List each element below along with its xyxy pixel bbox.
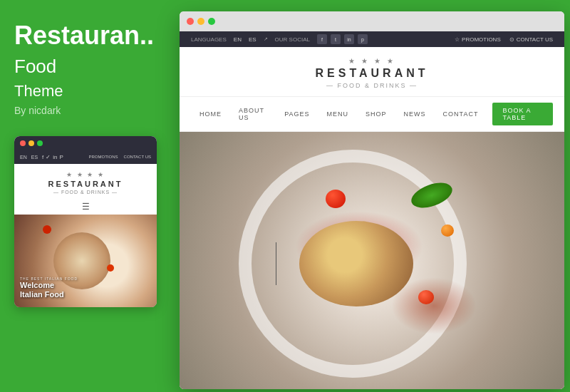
contact-icon: ⊙ <box>509 36 514 43</box>
mobile-promotions: PROMOTIONS <box>89 155 118 159</box>
theme-author: By nicdark <box>14 105 162 116</box>
mobile-hamburger-icon: ☰ <box>14 199 157 215</box>
mobile-lang2: ES <box>31 155 38 160</box>
mobile-lang1: EN <box>20 155 27 160</box>
mobile-stars: ★ ★ ★ ★ <box>20 171 151 178</box>
mobile-restaurant-name: RESTAURANT <box>20 180 151 188</box>
site-contact[interactable]: ⊙ CONTACT US <box>509 36 553 43</box>
twitter-icon[interactable]: t <box>331 34 341 44</box>
browser-window: LANGUAGES EN ES ↗ OUR SOCIAL f t in p ☆ … <box>180 11 564 389</box>
facebook-icon[interactable]: f <box>317 34 327 44</box>
mobile-food-image: THE BEST ITALIAN FOOD WelcomeItalian Foo… <box>14 215 157 307</box>
mobile-food-bg: THE BEST ITALIAN FOOD WelcomeItalian Foo… <box>14 215 157 307</box>
site-promotions[interactable]: ☆ PROMOTIONS <box>455 36 501 43</box>
nav-contact[interactable]: CONTACT <box>435 110 487 118</box>
nav-menu[interactable]: MENU <box>318 110 358 118</box>
nav-about[interactable]: ABOUT US <box>230 107 276 121</box>
pinterest-icon[interactable]: p <box>358 34 368 44</box>
our-social-label: OUR SOCIAL <box>275 36 310 43</box>
linkedin-icon: in <box>53 154 57 160</box>
pinterest-icon: P <box>60 154 63 160</box>
site-topbar: LANGUAGES EN ES ↗ OUR SOCIAL f t in p ☆ … <box>180 31 564 47</box>
mobile-dot-red <box>20 140 26 146</box>
mobile-logo-area: ★ ★ ★ ★ RESTAURANT — FOOD & DRINKS — <box>14 164 157 199</box>
mobile-card-titlebar <box>14 136 157 150</box>
mobile-welcome-text: THE BEST ITALIAN FOOD WelcomeItalian Foo… <box>20 277 78 299</box>
site-lang2[interactable]: ES <box>249 36 256 43</box>
pasta-main <box>299 221 413 306</box>
theme-title: Restauran.. <box>14 21 162 50</box>
site-topbar-right: ☆ PROMOTIONS ⊙ CONTACT US <box>455 36 553 43</box>
tomato-hero-3 <box>441 225 454 237</box>
cursor-line <box>276 242 276 285</box>
mobile-tomato-1 <box>43 225 51 234</box>
theme-label: Theme <box>14 82 162 100</box>
nav-news[interactable]: NEWS <box>395 110 435 118</box>
site-topbar-left: LANGUAGES EN ES ↗ OUR SOCIAL f t in p <box>191 34 368 44</box>
nav-pages[interactable]: PAGES <box>276 110 318 118</box>
nav-shop[interactable]: SHOP <box>357 110 395 118</box>
mobile-welcome-big: WelcomeItalian Food <box>20 281 78 299</box>
mobile-social-icons: f ✓ in P <box>42 154 63 160</box>
site-hero-image <box>180 132 564 389</box>
site-nav: HOME ABOUT US PAGES MENU SHOP NEWS CONTA… <box>180 97 564 132</box>
mobile-topbar: EN ES f ✓ in P PROMOTIONS CONTACT US <box>14 150 157 164</box>
languages-label: LANGUAGES <box>191 36 227 43</box>
browser-dot-yellow <box>197 18 204 25</box>
site-tagline: — FOOD & DRINKS — <box>180 82 564 89</box>
mobile-welcome-small: THE BEST ITALIAN FOOD <box>20 277 78 281</box>
star-icon: ☆ <box>455 36 460 43</box>
site-restaurant-name: RESTAURANT <box>180 67 564 80</box>
mobile-dot-green <box>37 140 43 146</box>
mobile-contact: CONTACT US <box>124 155 151 159</box>
linkedin-icon[interactable]: in <box>344 34 354 44</box>
theme-subtitle: Food <box>14 56 162 78</box>
facebook-icon: f <box>42 154 43 160</box>
left-panel: Restauran.. Food Theme By nicdark EN ES … <box>0 0 177 392</box>
share-icon: ↗ <box>264 36 268 42</box>
food-plate-bg <box>180 132 564 389</box>
site-lang1[interactable]: EN <box>234 36 242 43</box>
mobile-topbar-right: PROMOTIONS CONTACT US <box>89 155 151 159</box>
mobile-tagline: — FOOD & DRINKS — <box>20 190 151 195</box>
browser-titlebar <box>180 11 564 31</box>
mobile-topbar-left: EN ES f ✓ in P <box>20 154 63 160</box>
social-icons-group: f t in p <box>317 34 368 44</box>
mobile-tomato-2 <box>107 264 114 272</box>
tomato-hero-2 <box>418 290 434 304</box>
twitter-icon: ✓ <box>46 154 51 160</box>
browser-dot-green <box>208 18 215 25</box>
browser-dot-red <box>187 18 194 25</box>
mobile-dot-yellow <box>28 140 34 146</box>
book-table-button[interactable]: BOOK A TABLE <box>492 103 553 125</box>
mobile-preview-card: EN ES f ✓ in P PROMOTIONS CONTACT US ★ ★… <box>14 136 157 307</box>
site-header: ★ ★ ★ ★ RESTAURANT — FOOD & DRINKS — <box>180 47 564 97</box>
nav-home[interactable]: HOME <box>191 110 230 118</box>
site-stars: ★ ★ ★ ★ <box>180 57 564 65</box>
